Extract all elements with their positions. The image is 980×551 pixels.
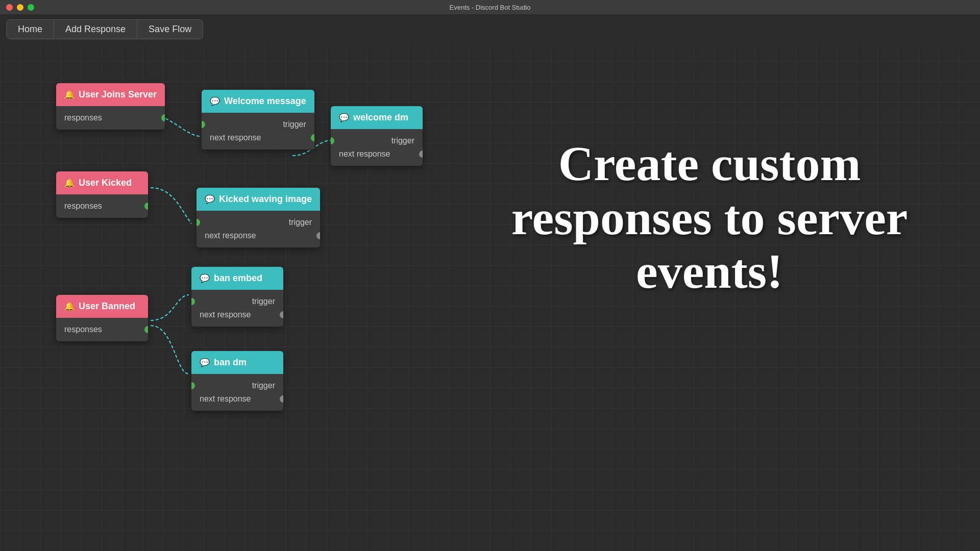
welcome-message-trigger-port: trigger: [210, 118, 306, 131]
welcome-message-node[interactable]: Welcome message trigger next response: [202, 90, 314, 149]
kicked-waving-next-port: next response: [205, 229, 312, 242]
user-kicked-body: responses: [56, 194, 148, 218]
ban-embed-next-dot[interactable]: [280, 311, 283, 318]
user-banned-body: responses: [56, 318, 148, 341]
close-button[interactable]: [6, 4, 13, 11]
kicked-waving-next-dot[interactable]: [316, 232, 320, 239]
bell-icon-3: [64, 301, 75, 312]
ban-embed-next-port: next response: [200, 308, 275, 321]
user-banned-responses-label: responses: [64, 325, 102, 334]
ban-embed-next-label: next response: [200, 310, 251, 319]
user-joins-responses-port: responses: [64, 111, 157, 124]
ban-embed-node[interactable]: ban embed trigger next response: [191, 267, 283, 327]
toolbar: Home Add Response Save Flow: [0, 14, 980, 44]
ban-dm-next-port: next response: [200, 392, 275, 406]
window-controls[interactable]: [6, 4, 34, 11]
chat-icon-4: [200, 273, 210, 284]
user-kicked-title: User Kicked: [79, 178, 132, 188]
welcome-message-trigger-label: trigger: [283, 120, 306, 129]
flow-canvas: User Joins Server responses Welcome mess…: [0, 35, 980, 551]
ban-dm-trigger-label: trigger: [252, 381, 275, 390]
welcome-message-next-dot[interactable]: [311, 134, 314, 141]
home-button[interactable]: Home: [6, 19, 54, 39]
title-bar: Events - Discord Bot Studio: [0, 0, 980, 14]
ban-embed-header: ban embed: [191, 267, 283, 290]
user-joins-header: User Joins Server: [56, 83, 165, 106]
ban-dm-next-dot[interactable]: [280, 395, 283, 403]
ban-embed-body: trigger next response: [191, 290, 283, 327]
kicked-waving-header: Kicked waving image: [197, 188, 320, 211]
welcome-message-next-port: next response: [210, 131, 306, 144]
ban-dm-body: trigger next response: [191, 374, 283, 411]
maximize-button[interactable]: [28, 4, 34, 11]
hero-text: Create custom responses to server events…: [480, 137, 939, 298]
ban-dm-trigger-dot[interactable]: [191, 382, 195, 389]
kicked-waving-body: trigger next response: [197, 211, 320, 247]
welcome-dm-next-port: next response: [339, 147, 414, 161]
user-joins-node[interactable]: User Joins Server responses: [56, 83, 165, 130]
welcome-dm-trigger-port: trigger: [339, 134, 414, 147]
ban-dm-next-label: next response: [200, 394, 251, 404]
welcome-message-next-label: next response: [210, 133, 261, 142]
welcome-message-trigger-dot[interactable]: [202, 121, 205, 128]
user-banned-title: User Banned: [79, 301, 135, 312]
ban-embed-trigger-label: trigger: [252, 297, 275, 306]
welcome-message-title: Welcome message: [224, 96, 306, 107]
ban-embed-title: ban embed: [214, 273, 262, 284]
kicked-waving-title: Kicked waving image: [219, 194, 312, 205]
chat-icon-1: [210, 96, 220, 107]
user-banned-responses-dot[interactable]: [144, 326, 148, 333]
kicked-waving-next-label: next response: [205, 231, 256, 240]
chat-icon-3: [205, 194, 215, 205]
welcome-dm-next-label: next response: [339, 149, 390, 159]
welcome-dm-header: welcome dm: [331, 106, 423, 129]
bell-icon: [64, 89, 75, 100]
user-kicked-responses-dot[interactable]: [144, 203, 148, 210]
bell-icon-2: [64, 178, 75, 188]
welcome-dm-node[interactable]: welcome dm trigger next response: [331, 106, 423, 166]
welcome-dm-body: trigger next response: [331, 129, 423, 166]
welcome-dm-next-dot[interactable]: [419, 151, 423, 158]
chat-icon-5: [200, 357, 210, 368]
minimize-button[interactable]: [17, 4, 23, 11]
user-banned-node[interactable]: User Banned responses: [56, 295, 148, 341]
ban-dm-header: ban dm: [191, 351, 283, 374]
user-kicked-responses-port: responses: [64, 199, 140, 213]
welcome-dm-trigger-dot[interactable]: [331, 137, 334, 144]
user-joins-responses-dot[interactable]: [161, 114, 165, 121]
welcome-message-header: Welcome message: [202, 90, 314, 113]
ban-dm-trigger-port: trigger: [200, 379, 275, 392]
kicked-waving-trigger-port: trigger: [205, 216, 312, 229]
user-joins-body: responses: [56, 106, 165, 130]
user-joins-title: User Joins Server: [79, 89, 157, 100]
user-banned-responses-port: responses: [64, 323, 140, 336]
welcome-message-body: trigger next response: [202, 113, 314, 149]
ban-embed-trigger-port: trigger: [200, 295, 275, 308]
chat-icon-2: [339, 112, 349, 123]
user-kicked-header: User Kicked: [56, 171, 148, 194]
ban-dm-title: ban dm: [214, 357, 247, 368]
user-kicked-node[interactable]: User Kicked responses: [56, 171, 148, 218]
add-response-button[interactable]: Add Response: [54, 19, 137, 39]
kicked-waving-trigger-dot[interactable]: [197, 219, 200, 226]
ban-dm-node[interactable]: ban dm trigger next response: [191, 351, 283, 411]
user-banned-header: User Banned: [56, 295, 148, 318]
kicked-waving-image-node[interactable]: Kicked waving image trigger next respons…: [197, 188, 320, 247]
welcome-dm-trigger-label: trigger: [391, 136, 414, 145]
save-flow-button[interactable]: Save Flow: [137, 19, 203, 39]
user-joins-responses-label: responses: [64, 113, 102, 122]
user-kicked-responses-label: responses: [64, 202, 102, 211]
kicked-waving-trigger-label: trigger: [289, 218, 312, 227]
ban-embed-trigger-dot[interactable]: [191, 298, 195, 305]
welcome-dm-title: welcome dm: [353, 112, 408, 123]
window-title: Events - Discord Bot Studio: [450, 4, 531, 11]
